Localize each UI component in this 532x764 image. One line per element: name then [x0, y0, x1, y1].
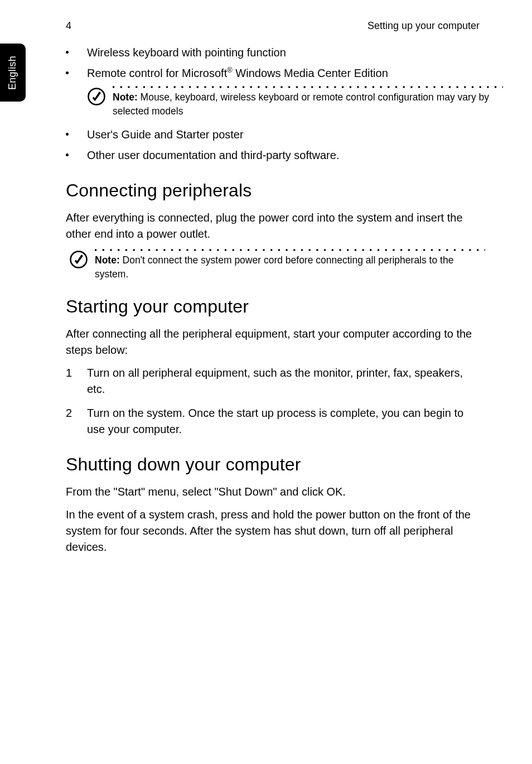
list-item: 2 Turn on the system. Once the start up …	[66, 405, 480, 438]
note-label: Note:	[113, 92, 138, 103]
bullet-icon	[66, 71, 69, 74]
list-item: User's Guide and Starter poster	[66, 127, 480, 143]
step-number: 2	[66, 405, 72, 421]
list-item: Other user documentation and third-party…	[66, 147, 480, 164]
step-text: Turn on all peripheral equipment, such a…	[87, 367, 463, 395]
list-item-text: Wireless keyboard with pointing function	[87, 46, 286, 59]
language-tab: English	[0, 44, 26, 102]
note-body-text: Mouse, keyboard, wireless keyboard or re…	[113, 92, 489, 117]
list-item-suffix: Windows Media Center Edition	[233, 67, 388, 79]
list-item-text: Other user documentation and third-party…	[87, 149, 339, 161]
bullet-icon	[66, 133, 69, 136]
bullet-list-mid: User's Guide and Starter poster Other us…	[66, 127, 480, 164]
bullet-icon	[66, 51, 69, 54]
section-body: From the "Start" menu, select "Shut Down…	[66, 484, 480, 500]
registered-symbol: ®	[227, 66, 233, 74]
numbered-list: 1 Turn on all peripheral equipment, such…	[66, 365, 480, 438]
language-tab-label: English	[7, 55, 19, 89]
section-body: After everything is connected, plug the …	[66, 210, 480, 242]
note-body-text: Don't connect the system power cord befo…	[95, 254, 453, 280]
step-number: 1	[66, 365, 72, 381]
note-text: Note: Mouse, keyboard, wireless keyboard…	[113, 90, 503, 119]
bullet-list-top: Wireless keyboard with pointing function…	[66, 45, 480, 81]
list-item-text: User's Guide and Starter poster	[87, 128, 244, 141]
note-block: Note: Don't connect the system power cor…	[69, 249, 480, 282]
header-title: Setting up your computer	[367, 20, 480, 32]
list-item-text: Remote control for Microsoft	[87, 67, 227, 79]
step-text: Turn on the system. Once the start up pr…	[87, 407, 463, 435]
dashed-divider	[95, 249, 485, 251]
note-label: Note:	[95, 254, 120, 266]
section-heading-shutting-down: Shutting down your computer	[66, 454, 480, 475]
list-item: Wireless keyboard with pointing function	[66, 45, 480, 61]
section-body: In the event of a system crash, press an…	[66, 507, 480, 555]
section-body: After connecting all the peripheral equi…	[66, 326, 480, 358]
note-text: Note: Don't connect the system power cor…	[95, 253, 485, 282]
page-number: 4	[66, 20, 71, 32]
section-heading-connecting: Connecting peripherals	[66, 180, 480, 201]
note-block: Note: Mouse, keyboard, wireless keyboard…	[87, 86, 480, 119]
dashed-divider	[113, 86, 503, 88]
note-icon	[69, 250, 88, 271]
note-icon	[87, 87, 106, 108]
section-heading-starting: Starting your computer	[66, 296, 480, 317]
list-item: Remote control for Microsoft® Windows Me…	[66, 65, 480, 81]
bullet-icon	[66, 153, 69, 156]
list-item: 1 Turn on all peripheral equipment, such…	[66, 365, 480, 397]
